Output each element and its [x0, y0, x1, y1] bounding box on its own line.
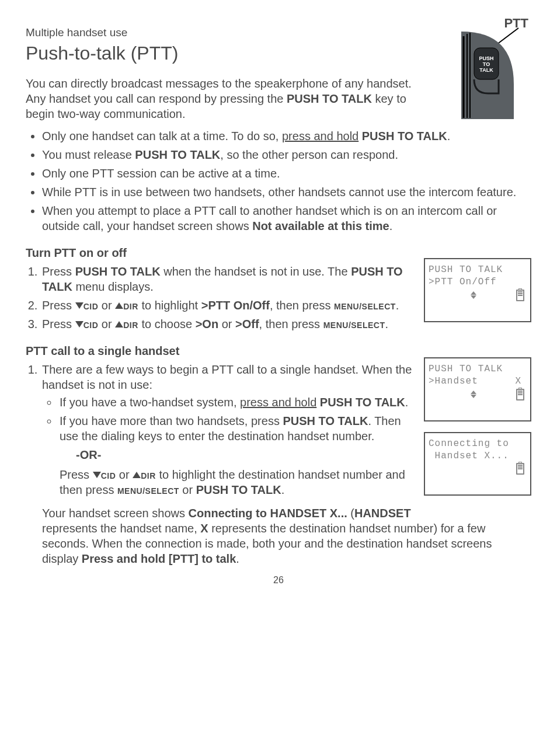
ts3d: or [218, 318, 235, 330]
result-paragraph: Your handset screen shows Connecting to … [42, 506, 531, 566]
lcd3-line1: Connecting to [429, 438, 527, 450]
page-number: 26 [26, 574, 531, 587]
lcd1-line1: PUSH TO TALK [429, 264, 527, 276]
rk3: X [200, 522, 208, 535]
b2a: You must release [42, 148, 135, 161]
ptt-button-text-3: TALK [475, 68, 497, 74]
b5k: Not available at this time [252, 220, 389, 232]
ts1c: menu displays. [72, 280, 154, 293]
battery-icon [516, 290, 524, 301]
up-triangle-icon [133, 472, 141, 478]
bullet-4: While PTT is in use between two handsets… [42, 184, 531, 200]
down-triangle-icon [75, 321, 83, 328]
nav-arrows-icon [471, 291, 476, 299]
re: . [236, 552, 239, 565]
ts3f: . [385, 318, 389, 330]
ptt-callout-label: PTT [504, 15, 528, 32]
alta: Press [60, 468, 93, 481]
battery-icon [516, 389, 524, 400]
cid2: CID [83, 318, 99, 330]
sub2k: PUSH TO TALK [283, 414, 368, 427]
ts2e: . [396, 299, 399, 312]
altd: or [179, 483, 196, 496]
alte: . [281, 483, 285, 496]
b5b: . [389, 220, 393, 232]
lcd-screen-connecting: Connecting to Handset X... [424, 432, 531, 496]
down-triangle-icon [93, 472, 101, 478]
ts1b: when the handset is not in use. The [161, 265, 351, 278]
altb: or [116, 468, 133, 481]
ts1a: Press [42, 265, 75, 278]
ts2b: or [98, 299, 115, 312]
ts3b: or [98, 318, 115, 330]
ts3k2: >Off [235, 318, 259, 330]
rb: ( [347, 507, 354, 520]
rk2: HANDSET [354, 507, 411, 520]
b1a: Only one handset can talk at a time. To … [42, 130, 282, 142]
nav-arrows-icon [471, 391, 476, 398]
lcd-screen-ptt-onoff: PUSH TO TALK >PTT On/Off [424, 258, 531, 333]
sub1a: If you have a two-handset system, [60, 396, 240, 409]
sub1c: . [405, 396, 409, 409]
lcd3-line2: Handset X... [429, 450, 527, 462]
ra: Your handset screen shows [42, 507, 189, 520]
ts2d: , then press [270, 299, 334, 312]
ts1k1: PUSH TO TALK [75, 265, 161, 278]
altk2: PUSH TO TALK [196, 483, 281, 496]
b1u: press and hold [282, 130, 358, 142]
ts3e: , then press [259, 318, 323, 330]
bullet-5: When you attempt to place a PTT call to … [42, 203, 531, 234]
ts3k1: >On [196, 318, 218, 330]
rc: represents the handset name, [42, 522, 200, 535]
ts2c: to highlight [138, 299, 201, 312]
battery-icon [516, 463, 524, 475]
down-triangle-icon [75, 302, 83, 309]
up-triangle-icon [115, 321, 123, 328]
sub2a: If you have more than two handsets, pres… [60, 414, 283, 427]
b2k: PUSH TO TALK [135, 148, 220, 161]
lcd-screens-single: PUSH TO TALK >Handset X Connecting to Ha… [424, 357, 531, 506]
bullet-3: Only one PTT session can be active at a … [42, 166, 531, 181]
cid1: CID [83, 299, 99, 312]
intro-bullets: Only one handset can talk at a time. To … [26, 128, 531, 234]
dir3: DIR [141, 468, 156, 481]
lcd2-line2: >Handset X [429, 375, 527, 388]
sub1u: press and hold [240, 396, 316, 409]
ms1: MENU/SELECT [334, 299, 396, 312]
ts3c: to choose [138, 318, 196, 330]
dir1: DIR [123, 299, 138, 312]
b1c: . [447, 130, 451, 142]
handset-ptt-figure: PTT PUSH TO TALK [438, 26, 531, 125]
sub1k: PUSH TO TALK [320, 396, 405, 409]
subhead-single-handset: PTT call to a single handset [26, 343, 531, 358]
up-triangle-icon [115, 302, 123, 309]
rk1: Connecting to HANDSET X... [189, 507, 347, 520]
intro-key1: PUSH TO TALK [287, 92, 372, 105]
ts2k: >PTT On/Off [201, 299, 270, 312]
bullet-1: Only one handset can talk at a time. To … [42, 128, 531, 144]
cid3: CID [101, 468, 116, 481]
lcd1-line2: >PTT On/Off [429, 276, 527, 288]
ts2a: Press [42, 299, 75, 312]
ms2: MENU/SELECT [323, 318, 385, 330]
b2b: , so the other person can respond. [220, 148, 398, 161]
lcd-screen-handset-select: PUSH TO TALK >Handset X [424, 357, 531, 421]
b1k: PUSH TO TALK [362, 130, 447, 142]
ss1: There are a few ways to begin a PTT call… [42, 363, 412, 391]
altk1: MENU/SELECT [117, 483, 179, 496]
lcd2-line1: PUSH TO TALK [429, 363, 527, 375]
rk4: Press and hold [PTT] to talk [82, 552, 236, 565]
dir2: DIR [123, 318, 138, 330]
ts3a: Press [42, 318, 75, 330]
bullet-2: You must release PUSH TO TALK, so the ot… [42, 147, 531, 162]
